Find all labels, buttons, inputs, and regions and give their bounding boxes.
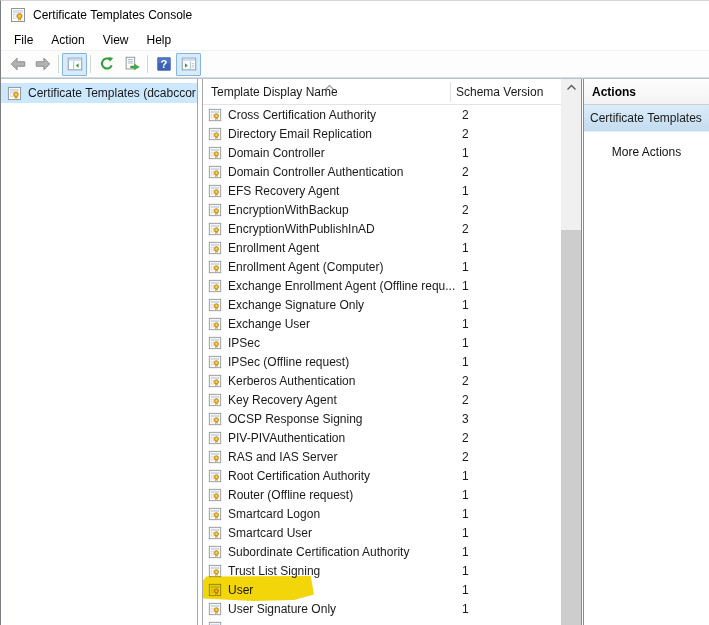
certificate-template-icon xyxy=(208,431,222,445)
table-row[interactable]: PIV-PIVAuthentication 2 xyxy=(203,428,561,447)
console-tree-pane: Certificate Templates (dcabccor xyxy=(1,79,197,625)
refresh-button[interactable] xyxy=(94,53,119,76)
schema-version: 1 xyxy=(462,184,469,198)
table-row[interactable]: Smartcard Logon 1 xyxy=(203,504,561,523)
show-hide-console-tree-button[interactable] xyxy=(62,53,87,76)
table-row[interactable]: EncryptionWithPublishInAD 2 xyxy=(203,219,561,238)
forward-button[interactable] xyxy=(30,53,55,76)
column-header-template-display-name[interactable]: Template Display Name xyxy=(211,79,338,105)
table-row[interactable]: Smartcard User 1 xyxy=(203,523,561,542)
table-row[interactable]: Subordinate Certification Authority 1 xyxy=(203,542,561,561)
column-divider[interactable] xyxy=(450,82,451,102)
schema-version: 1 xyxy=(462,146,469,160)
export-list-button[interactable] xyxy=(119,53,144,76)
forward-arrow-icon xyxy=(34,55,52,73)
certificate-template-icon xyxy=(208,545,222,559)
certificate-templates-console-window: Certificate Templates Console File Actio… xyxy=(0,0,709,625)
back-button[interactable] xyxy=(5,53,30,76)
certificate-template-icon xyxy=(208,621,222,625)
template-name: User xyxy=(228,583,456,597)
svg-text:?: ? xyxy=(160,58,167,70)
refresh-icon xyxy=(98,55,116,73)
schema-version: 2 xyxy=(462,431,469,445)
toolbar-separator xyxy=(58,55,59,73)
show-hide-action-pane-button[interactable] xyxy=(176,53,201,76)
table-row[interactable]: Router (Offline request) 1 xyxy=(203,485,561,504)
table-row[interactable]: Exchange Enrollment Agent (Offline requ.… xyxy=(203,276,561,295)
table-row[interactable] xyxy=(203,618,561,625)
schema-version: 1 xyxy=(462,583,469,597)
schema-version: 1 xyxy=(462,488,469,502)
schema-version: 1 xyxy=(462,507,469,521)
certificate-template-icon xyxy=(208,317,222,331)
tree-item-certificate-templates[interactable]: Certificate Templates (dcabccor xyxy=(1,83,197,103)
window-title: Certificate Templates Console xyxy=(33,8,192,22)
template-name: Smartcard User xyxy=(228,526,456,540)
column-header-schema-version[interactable]: Schema Version xyxy=(456,79,543,105)
console-tree-icon xyxy=(66,55,84,73)
table-row[interactable]: Exchange Signature Only 1 xyxy=(203,295,561,314)
table-row[interactable]: User Signature Only 1 xyxy=(203,599,561,618)
more-actions-button[interactable]: More Actions xyxy=(584,145,709,159)
table-row[interactable]: Exchange User 1 xyxy=(203,314,561,333)
help-button[interactable]: ? xyxy=(151,53,176,76)
template-name: Enrollment Agent xyxy=(228,241,456,255)
schema-version: 2 xyxy=(462,165,469,179)
template-name: Cross Certification Authority xyxy=(228,108,456,122)
template-name: RAS and IAS Server xyxy=(228,450,456,464)
table-row[interactable]: RAS and IAS Server 2 xyxy=(203,447,561,466)
template-name: EncryptionWithPublishInAD xyxy=(228,222,456,236)
template-name: Domain Controller xyxy=(228,146,456,160)
scrollbar-thumb[interactable] xyxy=(561,230,581,625)
table-row[interactable]: EFS Recovery Agent 1 xyxy=(203,181,561,200)
template-name: PIV-PIVAuthentication xyxy=(228,431,456,445)
certificate-templates-icon xyxy=(7,86,22,101)
certificate-template-icon xyxy=(208,260,222,274)
table-row[interactable]: OCSP Response Signing 3 xyxy=(203,409,561,428)
certificate-template-icon xyxy=(208,184,222,198)
certificate-template-icon xyxy=(208,583,222,597)
toolbar: ? xyxy=(1,51,709,78)
table-row[interactable]: Enrollment Agent (Computer) 1 xyxy=(203,257,561,276)
toolbar-separator xyxy=(90,55,91,73)
export-list-icon xyxy=(123,55,141,73)
tree-item-label: Certificate Templates (dcabccor xyxy=(28,86,196,100)
table-row[interactable]: EncryptionWithBackup 2 xyxy=(203,200,561,219)
table-row[interactable]: Domain Controller 1 xyxy=(203,143,561,162)
certificate-template-icon xyxy=(208,355,222,369)
schema-version: 1 xyxy=(462,469,469,483)
schema-version: 2 xyxy=(462,222,469,236)
menu-file[interactable]: File xyxy=(5,30,42,50)
template-name: Directory Email Replication xyxy=(228,127,456,141)
scroll-up-button[interactable] xyxy=(561,79,581,96)
chevron-up-icon xyxy=(565,83,578,92)
menu-view[interactable]: View xyxy=(94,30,138,50)
table-row[interactable]: Root Certification Authority 1 xyxy=(203,466,561,485)
vertical-scrollbar[interactable] xyxy=(561,79,581,625)
schema-version: 1 xyxy=(462,298,469,312)
table-row[interactable]: Kerberos Authentication 2 xyxy=(203,371,561,390)
template-name: Subordinate Certification Authority xyxy=(228,545,456,559)
table-row[interactable]: IPSec (Offline request) 1 xyxy=(203,352,561,371)
certificate-template-icon xyxy=(208,602,222,616)
template-name: EncryptionWithBackup xyxy=(228,203,456,217)
table-row[interactable]: Key Recovery Agent 2 xyxy=(203,390,561,409)
schema-version: 1 xyxy=(462,279,469,293)
actions-context-item[interactable]: Certificate Templates xyxy=(584,105,709,132)
template-name: Exchange User xyxy=(228,317,456,331)
table-row[interactable]: User 1 xyxy=(203,580,561,599)
table-row[interactable]: IPSec 1 xyxy=(203,333,561,352)
table-row[interactable]: Domain Controller Authentication 2 xyxy=(203,162,561,181)
template-name: Kerberos Authentication xyxy=(228,374,456,388)
menu-action[interactable]: Action xyxy=(42,30,93,50)
menu-help[interactable]: Help xyxy=(138,30,181,50)
table-row[interactable]: Cross Certification Authority 2 xyxy=(203,105,561,124)
title-bar: Certificate Templates Console xyxy=(1,1,709,29)
actions-pane-header: Actions xyxy=(584,79,709,105)
table-row[interactable]: Trust List Signing 1 xyxy=(203,561,561,580)
schema-version: 1 xyxy=(462,526,469,540)
schema-version: 1 xyxy=(462,241,469,255)
main-area: Certificate Templates (dcabccor Template… xyxy=(1,78,709,625)
table-row[interactable]: Enrollment Agent 1 xyxy=(203,238,561,257)
table-row[interactable]: Directory Email Replication 2 xyxy=(203,124,561,143)
